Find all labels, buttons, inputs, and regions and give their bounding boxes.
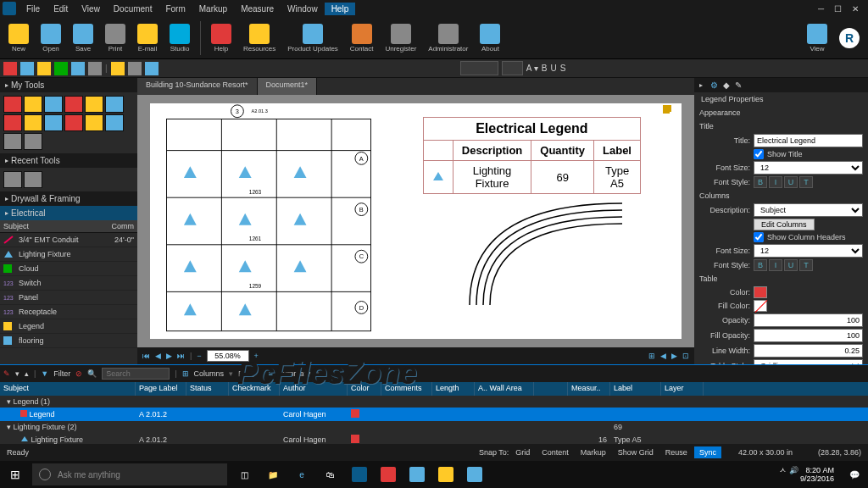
tool-item[interactable] [105, 96, 124, 113]
app-icon[interactable] [375, 463, 402, 485]
close-icon[interactable]: ✕ [852, 4, 859, 14]
view-icon[interactable]: ▶ [671, 352, 677, 360]
clear-icon[interactable]: ⊘ [75, 369, 82, 378]
cortana-search[interactable]: Ask me anything [32, 463, 227, 485]
tool-item[interactable] [24, 133, 42, 150]
menu-window[interactable]: Window [281, 3, 325, 15]
snap-show-grid[interactable]: Show Grid [613, 446, 659, 458]
menu-view[interactable]: View [75, 3, 107, 15]
column-header[interactable]: Page Label [136, 382, 186, 396]
electrical-item[interactable]: flooring [0, 334, 137, 348]
snap-grid[interactable]: Grid [510, 446, 535, 458]
notifications-icon[interactable]: 💬 [841, 470, 868, 480]
electrical-item[interactable]: Cloud [0, 262, 137, 276]
save-button[interactable]: Save [68, 22, 98, 54]
fillcolor-swatch[interactable] [754, 300, 767, 312]
mytools-header[interactable]: My Tools [0, 78, 137, 92]
tool-item[interactable] [64, 96, 83, 113]
tool-icon[interactable] [71, 62, 85, 75]
electrical-item[interactable]: 3/4" EMT Conduit24'-0" [0, 233, 137, 247]
showtitle-checkbox[interactable] [754, 149, 764, 159]
column-header[interactable]: Status [186, 382, 229, 396]
nav-last-icon[interactable]: ⏭ [177, 352, 185, 360]
editcolumns-button[interactable]: Edit Columns [754, 219, 815, 230]
highlight-icon[interactable] [20, 62, 34, 75]
column-header[interactable]: Length [432, 382, 475, 396]
zoom-in-icon[interactable]: + [254, 352, 259, 360]
pen-icon[interactable]: ✎ [735, 80, 742, 90]
tool-item[interactable] [3, 114, 22, 131]
column-header[interactable]: Author [280, 382, 348, 396]
view-icon[interactable]: ⊞ [648, 352, 655, 360]
tool-item[interactable] [24, 171, 42, 188]
fontsize-select[interactable] [502, 61, 523, 75]
document-tab[interactable]: Building 10-Sundance Resort* [137, 78, 258, 95]
snap-reuse[interactable]: Reuse [660, 446, 693, 458]
markup-row[interactable]: Lighting FixtureA 2.01.2Carol Hagen16Typ… [0, 433, 868, 444]
title-input[interactable] [754, 134, 863, 147]
view-icon[interactable]: ⊡ [682, 352, 689, 360]
drywall-header[interactable]: Drywall & Framing [0, 191, 137, 206]
minimize-icon[interactable]: ─ [818, 4, 824, 14]
filter-icon[interactable]: ▼ [41, 369, 48, 378]
column-header[interactable] [534, 382, 568, 396]
electrical-item[interactable]: 123Switch [0, 276, 137, 291]
font-select[interactable] [460, 61, 498, 75]
strike-icon[interactable]: S [560, 64, 566, 73]
recent-header[interactable]: Recent Tools [0, 153, 137, 168]
collapse-icon[interactable]: ▾ [15, 369, 19, 378]
gear-icon[interactable]: ⚙ [710, 80, 718, 90]
taskview-icon[interactable]: ◫ [231, 463, 258, 485]
column-header[interactable]: Subject [0, 382, 136, 396]
expand-icon[interactable]: ▴ [25, 369, 29, 378]
tool-icon[interactable] [54, 62, 68, 75]
electrical-header[interactable]: Electrical [0, 206, 137, 220]
app-icon[interactable] [403, 463, 431, 485]
opacity-input[interactable] [754, 313, 863, 327]
description-select[interactable]: Subject [754, 203, 863, 217]
fontstyle2-buttons[interactable]: BIUT [754, 259, 813, 271]
contact-button[interactable]: Contact [345, 22, 379, 54]
markup-row[interactable]: LegendA 2.01.2Carol Hagen [0, 408, 868, 421]
zoom-input[interactable] [207, 350, 249, 362]
tool-item[interactable] [44, 114, 63, 131]
align-icon[interactable]: A ▾ [526, 64, 538, 73]
maximize-icon[interactable]: ☐ [834, 4, 842, 14]
tool-item[interactable] [24, 114, 42, 131]
color-swatch[interactable] [754, 286, 767, 298]
search-input[interactable] [102, 368, 170, 380]
underline-icon[interactable]: U [550, 64, 556, 73]
window-controls[interactable]: ─ ☐ ✕ [818, 4, 865, 14]
tool-item[interactable] [105, 114, 124, 131]
columns-icon[interactable]: ⊞ [182, 369, 189, 378]
tool-item[interactable] [85, 114, 103, 131]
column-header[interactable]: A.. Wall Area [475, 382, 534, 396]
shape-icon[interactable] [128, 62, 142, 75]
studio-button[interactable]: Studio [164, 22, 195, 54]
unregister-button[interactable]: Unregister [380, 22, 421, 54]
resources-button[interactable]: Resources [238, 22, 281, 54]
tablestyle-select[interactable]: Gridlines [754, 359, 863, 364]
showheaders-checkbox[interactable] [754, 232, 764, 242]
start-button[interactable]: ⊞ [0, 463, 31, 485]
nav-prev-icon[interactable]: ◀ [155, 352, 161, 360]
markup-row[interactable]: ▾ Lighting Fixture (2)69 [0, 421, 868, 433]
electrical-item[interactable]: 123Receptacle [0, 305, 137, 319]
tool-icon[interactable] [88, 62, 102, 75]
tool-icon[interactable]: ◆ [250, 369, 256, 378]
tool-icon[interactable] [37, 62, 51, 75]
electrical-item[interactable]: Lighting Fixture [0, 247, 137, 262]
fontsize-select[interactable]: 12 [754, 161, 863, 175]
shape-icon[interactable] [145, 62, 159, 75]
new-button[interactable]: New [3, 22, 34, 54]
electrical-item[interactable]: Legend [0, 319, 137, 334]
menu-help[interactable]: Help [325, 3, 356, 15]
explorer-icon[interactable]: 📁 [259, 463, 287, 485]
print-button[interactable]: Print [100, 22, 131, 54]
tool-item[interactable] [3, 133, 22, 150]
tool-item[interactable] [24, 96, 42, 113]
fontstyle-buttons[interactable]: BIUT [754, 176, 813, 188]
summary-icon[interactable]: ≡ [268, 369, 272, 378]
nav-next-icon[interactable]: ▶ [166, 352, 172, 360]
markup-row[interactable]: ▾ Legend (1) [0, 396, 868, 408]
